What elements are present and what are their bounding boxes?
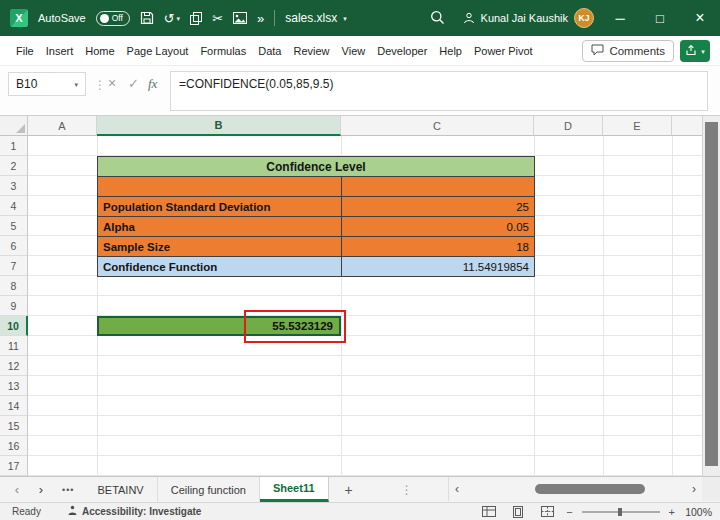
row-header-4[interactable]: 4 bbox=[0, 196, 28, 216]
ribbon-tab-home[interactable]: Home bbox=[85, 45, 114, 57]
row-header-7[interactable]: 7 bbox=[0, 256, 28, 276]
copy-icon[interactable] bbox=[190, 12, 202, 25]
scroll-left-icon[interactable]: ‹ bbox=[449, 482, 465, 496]
row-header-5[interactable]: 5 bbox=[0, 216, 28, 236]
name-box-separator[interactable]: ⋮ bbox=[94, 78, 106, 92]
row-header-2[interactable]: 2 bbox=[0, 156, 28, 176]
zoom-out-icon[interactable]: − bbox=[566, 506, 572, 518]
row-header-12[interactable]: 12 bbox=[0, 356, 28, 376]
row-value[interactable]: 25 bbox=[342, 197, 535, 217]
column-header-e[interactable]: E bbox=[603, 116, 672, 136]
page-break-view-icon[interactable] bbox=[537, 504, 557, 519]
scroll-right-icon[interactable]: › bbox=[686, 482, 702, 496]
column-header-c[interactable]: C bbox=[341, 116, 534, 136]
cancel-icon[interactable]: × bbox=[108, 75, 116, 91]
ribbon-tab-help[interactable]: Help bbox=[439, 45, 462, 57]
row-label[interactable]: Alpha bbox=[98, 217, 342, 237]
vertical-scrollbar-thumb[interactable] bbox=[705, 122, 718, 466]
zoom-slider-knob[interactable] bbox=[618, 508, 622, 516]
select-all-button[interactable] bbox=[0, 116, 28, 136]
horizontal-scrollbar-thumb[interactable] bbox=[535, 484, 645, 494]
row-header-3[interactable]: 3 bbox=[0, 176, 28, 196]
row-value[interactable]: 0.05 bbox=[342, 217, 535, 237]
formula-input[interactable]: =CONFIDENCE(0.05,85,9.5) bbox=[170, 71, 708, 111]
empty-cell[interactable] bbox=[342, 177, 535, 197]
row-header-6[interactable]: 6 bbox=[0, 236, 28, 256]
row-header-17[interactable]: 17 bbox=[0, 456, 28, 476]
overflow-icon[interactable]: » bbox=[257, 12, 264, 25]
column-header-d[interactable]: D bbox=[534, 116, 603, 136]
empty-cell[interactable] bbox=[98, 177, 342, 197]
autosave-label: AutoSave bbox=[38, 12, 86, 24]
status-bar: Ready Accessibility: Investigate − + 100… bbox=[0, 502, 720, 520]
tab-scroll-left-icon[interactable]: ‹ bbox=[10, 482, 24, 497]
enter-icon[interactable]: ✓ bbox=[128, 76, 139, 91]
table-title-cell[interactable]: Confidence Level bbox=[98, 157, 535, 177]
minimize-button[interactable]: ─ bbox=[600, 0, 640, 36]
accessibility-status[interactable]: Accessibility: Investigate bbox=[67, 505, 202, 518]
row-label[interactable]: Confidence Function bbox=[98, 257, 342, 277]
tab-scroll-right-icon[interactable]: › bbox=[34, 482, 48, 497]
share-button[interactable]: ▾ bbox=[680, 40, 710, 62]
zoom-in-icon[interactable]: + bbox=[669, 506, 675, 518]
row-value[interactable]: 18 bbox=[342, 237, 535, 257]
comments-button[interactable]: Comments bbox=[582, 40, 674, 62]
tab-splitter-icon[interactable]: ⋮ bbox=[401, 483, 413, 497]
row-header-8[interactable]: 8 bbox=[0, 276, 28, 296]
table-empty-row bbox=[98, 177, 535, 197]
formula-bar-panel: B10 ▾ ⋮ × ✓ fx =CONFIDENCE(0.05,85,9.5) bbox=[0, 66, 720, 116]
picture-icon[interactable] bbox=[233, 12, 247, 24]
cut-icon[interactable]: ✂ bbox=[212, 12, 223, 25]
divider bbox=[274, 10, 275, 26]
search-icon[interactable] bbox=[430, 10, 445, 25]
file-name-menu[interactable]: sales.xlsx ▾ bbox=[285, 11, 347, 25]
sheet-tab-betainv[interactable]: BETAINV bbox=[84, 477, 157, 502]
horizontal-scrollbar[interactable]: ‹ › bbox=[448, 477, 702, 501]
row-header-13[interactable]: 13 bbox=[0, 376, 28, 396]
ribbon-tab-data[interactable]: Data bbox=[258, 45, 281, 57]
gridline bbox=[603, 136, 604, 476]
account-area[interactable]: Kunal Jai Kaushik KJ bbox=[463, 0, 594, 36]
page-layout-view-icon[interactable] bbox=[508, 504, 528, 519]
name-box[interactable]: B10 ▾ bbox=[8, 72, 86, 96]
ribbon-tab-file[interactable]: File bbox=[16, 45, 34, 57]
more-sheets-icon[interactable]: ••• bbox=[62, 485, 74, 495]
insert-function-icon[interactable]: fx bbox=[148, 76, 157, 92]
add-sheet-icon[interactable]: + bbox=[345, 482, 353, 498]
autosave-state: Off bbox=[112, 13, 123, 23]
row-header-15[interactable]: 15 bbox=[0, 416, 28, 436]
row-header-1[interactable]: 1 bbox=[0, 136, 28, 156]
maximize-button[interactable]: □ bbox=[640, 0, 680, 36]
row-header-9[interactable]: 9 bbox=[0, 296, 28, 316]
zoom-slider[interactable] bbox=[582, 511, 660, 513]
ribbon-tab-page-layout[interactable]: Page Layout bbox=[127, 45, 189, 57]
row-label[interactable]: Sample Size bbox=[98, 237, 342, 257]
close-button[interactable]: × bbox=[680, 0, 720, 36]
zoom-level[interactable]: 100% bbox=[684, 506, 712, 518]
avatar[interactable]: KJ bbox=[574, 8, 594, 28]
ribbon-tab-formulas[interactable]: Formulas bbox=[200, 45, 246, 57]
row-header-11[interactable]: 11 bbox=[0, 336, 28, 356]
row-header-10[interactable]: 10 bbox=[0, 316, 28, 336]
ribbon-tab-developer[interactable]: Developer bbox=[377, 45, 427, 57]
ribbon-tab-insert[interactable]: Insert bbox=[46, 45, 74, 57]
sheet-tab-ceiling-function[interactable]: Ceiling function bbox=[158, 477, 260, 502]
row-header-14[interactable]: 14 bbox=[0, 396, 28, 416]
horizontal-scrollbar-track[interactable] bbox=[465, 484, 686, 494]
ribbon-tab-review[interactable]: Review bbox=[293, 45, 329, 57]
table-row: Confidence Function 11.54919854 bbox=[98, 257, 535, 277]
row-header-16[interactable]: 16 bbox=[0, 436, 28, 456]
ribbon-tab-view[interactable]: View bbox=[342, 45, 366, 57]
column-header-a[interactable]: A bbox=[28, 116, 97, 136]
vertical-scrollbar[interactable] bbox=[702, 116, 720, 476]
ribbon-tab-power-pivot[interactable]: Power Pivot bbox=[474, 45, 533, 57]
undo-button[interactable]: ↺ ▾ bbox=[164, 12, 180, 25]
row-value[interactable]: 11.54919854 bbox=[342, 257, 535, 277]
column-header-b[interactable]: B bbox=[97, 116, 341, 136]
save-icon[interactable] bbox=[140, 11, 154, 25]
scrollbar-corner bbox=[702, 477, 720, 501]
sheet-tab-sheet11[interactable]: Sheet11 bbox=[260, 477, 329, 502]
row-label[interactable]: Population Standard Deviation bbox=[98, 197, 342, 217]
normal-view-icon[interactable] bbox=[479, 504, 499, 519]
autosave-toggle[interactable]: Off bbox=[96, 11, 130, 26]
